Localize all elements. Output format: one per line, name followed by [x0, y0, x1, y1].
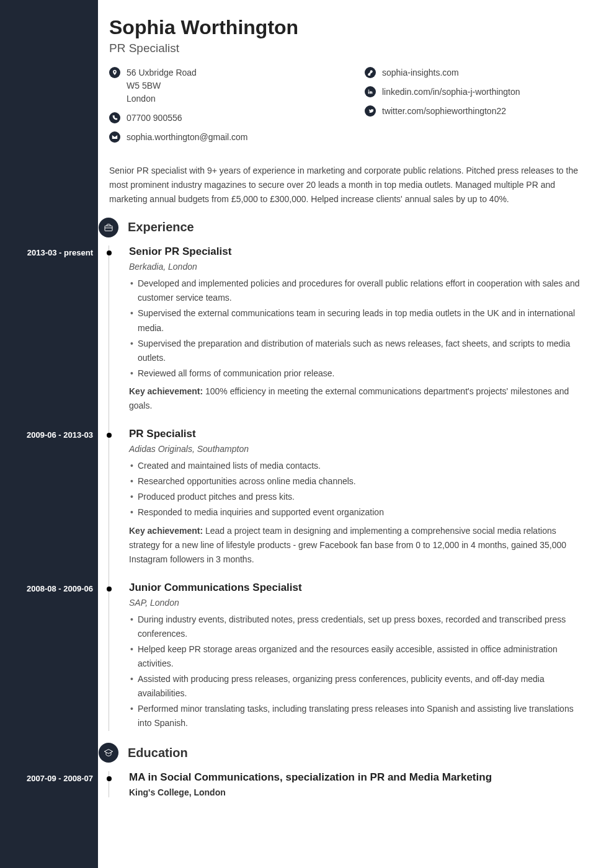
contact-linkedin: linkedin.com/in/sophia-j-worthington	[365, 86, 589, 99]
date-label: 2009-06 - 2013-03	[27, 430, 93, 440]
mail-icon	[109, 131, 120, 143]
contact-text: linkedin.com/in/sophia-j-worthington	[382, 86, 520, 99]
person-name: Sophia Worthington	[109, 16, 589, 39]
resume-page: 2013-03 - present2009-06 - 2013-032008-0…	[0, 0, 614, 868]
education-entry: MA in Social Communications, specializat…	[129, 771, 589, 797]
bullet-item: Developed and implemented policies and p…	[129, 277, 589, 305]
education-header: Education	[109, 746, 589, 760]
contact-link: sophia-insights.com	[365, 66, 589, 79]
timeline-dot	[107, 433, 112, 438]
experience-timeline: Senior PR SpecialistBerkadia, LondonDeve…	[109, 246, 589, 730]
key-achievement: Key achievement: Lead a project team in …	[129, 524, 589, 567]
job-title: PR Specialist	[109, 42, 589, 55]
contact-text: sophia-insights.com	[382, 66, 459, 79]
contact-grid: 56 Uxbridge RoadW5 5BWLondon07700 900556…	[109, 66, 589, 150]
experience-header: Experience	[109, 220, 589, 234]
summary-text: Senior PR specialist with 9+ years of ex…	[109, 164, 589, 206]
contact-text: 07700 900556	[127, 112, 182, 125]
entry-title: Senior PR Specialist	[129, 246, 589, 258]
bullet-item: Performed minor translating tasks, inclu…	[129, 702, 589, 730]
contact-location: 56 Uxbridge RoadW5 5BWLondon	[109, 66, 334, 105]
sidebar: 2013-03 - present2009-06 - 2013-032008-0…	[0, 0, 98, 868]
contact-text: twitter.com/sophieworthington22	[382, 105, 506, 118]
bullet-list: During industry events, distributed note…	[129, 613, 589, 731]
phone-icon	[109, 112, 120, 123]
timeline-dot	[107, 776, 112, 781]
bullet-item: During industry events, distributed note…	[129, 613, 589, 641]
bullet-item: Supervised the external communications t…	[129, 306, 589, 335]
experience-entry: Senior PR SpecialistBerkadia, LondonDeve…	[129, 246, 589, 413]
briefcase-icon	[99, 218, 118, 237]
entry-meta: Berkadia, London	[129, 262, 589, 272]
entry-school: King's College, London	[129, 787, 589, 797]
entry-meta: Adidas Originals, Southampton	[129, 444, 589, 454]
bullet-item: Created and maintained lists of media co…	[129, 459, 589, 473]
date-label: 2007-09 - 2008-07	[27, 774, 93, 783]
bullet-item: Reviewed all forms of communication prio…	[129, 366, 589, 381]
twitter-icon	[365, 105, 376, 117]
date-label: 2013-03 - present	[27, 248, 93, 257]
contact-text: 56 Uxbridge RoadW5 5BWLondon	[127, 66, 197, 105]
experience-entry: Junior Communications SpecialistSAP, Lon…	[129, 582, 589, 731]
bullet-item: Helped keep PR storage areas organized a…	[129, 642, 589, 671]
contact-twitter: twitter.com/sophieworthington22	[365, 105, 589, 118]
bullet-item: Assisted with producing press releases, …	[129, 672, 589, 701]
bullet-item: Researched opportunities across online m…	[129, 474, 589, 489]
timeline-dot	[107, 250, 112, 255]
main-content: Sophia Worthington PR Specialist 56 Uxbr…	[98, 0, 614, 868]
bullet-item: Responded to media inquiries and support…	[129, 505, 589, 520]
education-title: Education	[128, 746, 188, 760]
timeline-dot	[107, 587, 112, 591]
entry-title: Junior Communications Specialist	[129, 582, 589, 594]
svg-rect-0	[105, 226, 112, 231]
experience-title: Experience	[128, 220, 194, 234]
entry-title: MA in Social Communications, specializat…	[129, 771, 589, 784]
link-icon	[365, 67, 376, 78]
bullet-item: Produced product pitches and press kits.	[129, 490, 589, 504]
entry-meta: SAP, London	[129, 598, 589, 608]
location-icon	[109, 67, 120, 78]
bullet-list: Developed and implemented policies and p…	[129, 277, 589, 381]
education-timeline: MA in Social Communications, specializat…	[109, 771, 589, 797]
linkedin-icon	[365, 86, 376, 97]
experience-entry: PR SpecialistAdidas Originals, Southampt…	[129, 428, 589, 567]
contact-text: sophia.worthington@gmail.com	[127, 131, 248, 144]
graduation-icon	[99, 743, 118, 763]
key-achievement: Key achievement: 100% efficiency in meet…	[129, 384, 589, 413]
contact-phone: 07700 900556	[109, 112, 334, 125]
entry-title: PR Specialist	[129, 428, 589, 440]
bullet-item: Supervised the preparation and distribut…	[129, 337, 589, 365]
date-label: 2008-08 - 2009-06	[27, 584, 93, 593]
bullet-list: Created and maintained lists of media co…	[129, 459, 589, 520]
contact-mail: sophia.worthington@gmail.com	[109, 131, 334, 144]
